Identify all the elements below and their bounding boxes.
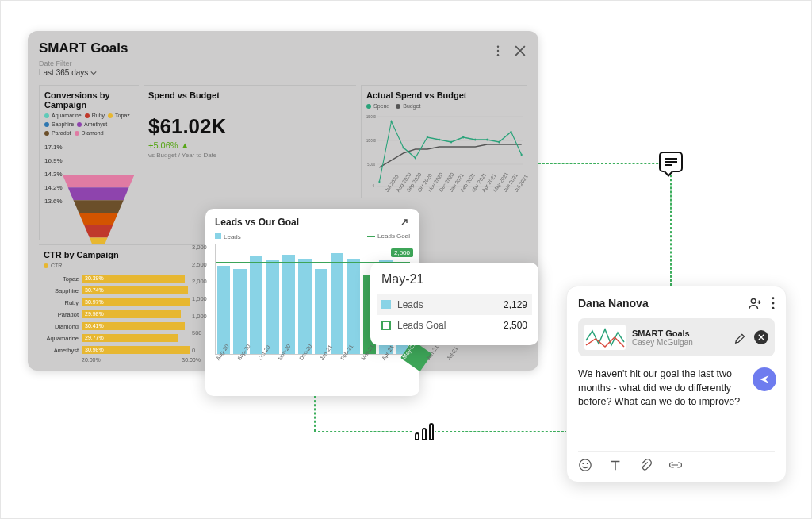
leads-bar[interactable] — [233, 269, 246, 354]
svg-marker-27 — [79, 213, 118, 225]
svg-marker-26 — [73, 200, 123, 213]
chat-message-input[interactable]: We haven't hit our goal the last two mon… — [578, 367, 775, 409]
legend-budget: Budget — [403, 103, 420, 109]
leads-bar[interactable] — [298, 259, 311, 354]
attachment-chip[interactable]: SMART Goals Casey McGuigan — [578, 318, 775, 356]
emoji-icon[interactable] — [578, 458, 592, 472]
ctr-legend: CTR — [51, 263, 62, 268]
tooltip-goal-row: Leads Goal 2,500 — [381, 315, 527, 336]
svg-point-1 — [497, 50, 499, 52]
chart-icon — [413, 420, 435, 442]
svg-text:0: 0 — [373, 183, 374, 188]
svg-point-35 — [580, 459, 591, 471]
chat-contact-name: Dana Nanova — [578, 297, 649, 309]
actual-spend-panel: Actual Spend vs Budget Spend Budget 15,0… — [361, 85, 527, 198]
svg-point-21 — [498, 141, 500, 144]
svg-point-2 — [497, 54, 499, 56]
text-format-icon[interactable] — [608, 458, 622, 472]
more-vertical-icon[interactable] — [772, 297, 775, 309]
close-icon[interactable] — [513, 44, 527, 58]
kpi-value: $61.02K — [148, 114, 351, 139]
svg-point-12 — [390, 121, 392, 123]
connector-line — [314, 431, 568, 432]
leads-bar[interactable] — [347, 259, 359, 354]
expand-icon[interactable] — [399, 217, 410, 228]
svg-text:10,000: 10,000 — [366, 137, 376, 143]
dashboard-title: SMART Goals — [39, 40, 128, 56]
leads-x-axis: Aug-20Sep-20Oct-20Nov-20Dec-20Jan-21Feb-… — [215, 358, 410, 382]
svg-marker-28 — [84, 225, 113, 238]
comment-icon — [659, 152, 683, 172]
svg-point-19 — [474, 139, 476, 141]
link-icon[interactable] — [668, 458, 683, 472]
leads-tooltip: May-21 Leads 2,129 Leads Goal 2,500 — [370, 263, 538, 345]
date-filter-label: Date Filter — [39, 60, 128, 67]
svg-point-36 — [582, 463, 584, 464]
leads-title: Leads vs Our Goal — [215, 217, 299, 228]
svg-point-34 — [772, 307, 775, 309]
line-chart[interactable]: 15,000 10,000 5,000 0 — [366, 109, 523, 188]
spend-panel-title: Spend vs Budget — [148, 90, 351, 100]
svg-point-23 — [521, 154, 523, 156]
kpi-note: vs Budget / Year to Date — [148, 152, 351, 159]
legend-spend: Spend — [373, 103, 389, 109]
edit-icon[interactable] — [733, 330, 748, 344]
connector-line — [314, 396, 316, 431]
funnel-title: Conversions by Campaign — [44, 90, 134, 110]
goal-badge: 2,500 — [391, 248, 413, 257]
add-user-icon[interactable] — [748, 296, 762, 310]
send-button[interactable] — [753, 367, 776, 391]
leads-y-axis: 3,0002,5002,000 1,5001,0005000 — [192, 244, 207, 354]
date-filter-value: Last 365 days — [39, 68, 88, 77]
remove-attachment-icon[interactable] — [754, 330, 768, 344]
svg-point-18 — [462, 136, 464, 139]
ctr-axis: 20.00% 30.00% — [82, 357, 201, 363]
svg-point-13 — [403, 147, 404, 149]
connector-line — [670, 163, 672, 286]
svg-point-15 — [427, 136, 428, 139]
svg-marker-24 — [63, 175, 134, 188]
chevron-down-icon — [90, 71, 97, 75]
leads-bar[interactable] — [217, 266, 230, 354]
svg-point-11 — [378, 181, 380, 183]
leads-bar[interactable] — [250, 256, 262, 354]
svg-point-22 — [511, 131, 512, 133]
svg-marker-25 — [67, 187, 128, 200]
attachment-title: SMART Goals — [632, 329, 727, 338]
svg-point-37 — [587, 463, 588, 464]
more-vertical-icon[interactable] — [491, 44, 505, 58]
funnel-panel: Conversions by Campaign Aquamarine Ruby … — [39, 85, 139, 240]
tooltip-title: May-21 — [381, 272, 527, 286]
svg-point-20 — [486, 139, 488, 141]
leads-bar[interactable] — [282, 255, 295, 354]
svg-point-32 — [772, 297, 775, 299]
kpi-delta: +5.06% ▲ — [148, 140, 351, 150]
tooltip-leads-row: Leads 2,129 — [377, 294, 532, 315]
attachment-thumbnail — [584, 325, 626, 350]
legend-leads: Leads — [224, 233, 241, 240]
svg-point-17 — [450, 141, 452, 144]
attachment-icon[interactable] — [638, 458, 653, 472]
date-filter-dropdown[interactable]: Last 365 days — [39, 68, 128, 77]
svg-point-0 — [497, 46, 499, 48]
svg-point-14 — [415, 157, 416, 160]
leads-bar[interactable] — [331, 253, 343, 354]
svg-text:15,000: 15,000 — [366, 113, 376, 119]
leads-bar[interactable] — [315, 269, 327, 354]
actual-panel-title: Actual Spend vs Budget — [366, 90, 523, 100]
chat-message-text: We haven't hit our goal the last two mon… — [578, 368, 740, 407]
attachment-author: Casey McGuigan — [632, 338, 727, 347]
chat-card: Dana Nanova SMART Goals Casey McGuigan W… — [566, 286, 787, 482]
svg-point-33 — [772, 302, 775, 305]
leads-bar[interactable] — [266, 260, 278, 354]
spend-vs-budget-panel: Spend vs Budget $61.02K +5.06% ▲ vs Budg… — [144, 85, 356, 198]
line-x-axis: Jul 2020Aug 2020Sep 2020Oct 2020Nov 2020… — [366, 190, 523, 195]
svg-point-31 — [751, 298, 756, 303]
svg-text:5,000: 5,000 — [367, 161, 375, 167]
connector-line — [538, 163, 670, 164]
svg-point-16 — [439, 139, 440, 141]
funnel-legend: Aquamarine Ruby Topaz Sapphire Amethyst … — [44, 113, 134, 136]
legend-goal: Leads Goal — [377, 233, 410, 240]
